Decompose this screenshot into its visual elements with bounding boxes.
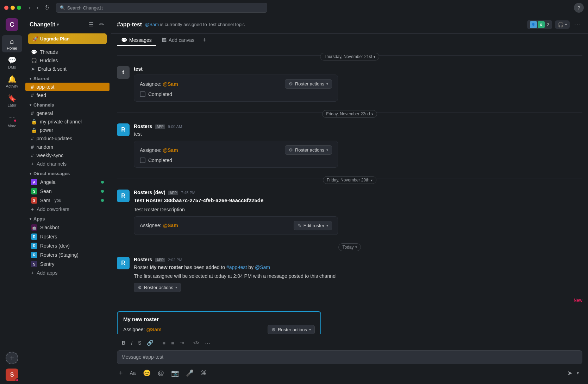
message-input-box[interactable]: Message #app-test [117,350,582,364]
ordered-list-button[interactable]: ≡ [169,339,176,347]
sidebar-item-slackbot[interactable]: 🤖 Slackbot [25,223,110,232]
sam-you-label: you [55,198,61,203]
search-input: Search Change1t [67,5,103,11]
sidebar-item-product-updates[interactable]: # product-updates [25,134,110,143]
sidebar-item-random[interactable]: # random [25,143,110,151]
sidebar-item-huddles[interactable]: 🎧 Huddles [25,56,110,65]
maximize-button[interactable] [17,6,21,10]
msg-header-1: test [134,66,582,72]
code-button[interactable]: </> [191,339,201,347]
channels-section-header[interactable]: ▾ Channels [24,100,111,108]
sidebar-item-power[interactable]: 🔒 power [25,126,110,134]
rail-activity[interactable]: 🔔 Activity [2,73,22,90]
sidebar-item-general[interactable]: # general [25,109,110,117]
sidebar-item-rosters-staging[interactable]: R Rosters (Staging) [25,250,110,260]
add-channels-button[interactable]: + Add channels [25,160,110,168]
sidebar-item-rosters-dev[interactable]: R Rosters (dev) [25,241,110,250]
dms-label: DMs [8,65,16,69]
rail-home[interactable]: ⌂ Home [2,35,22,52]
sidebar-item-my-private-channel[interactable]: 🔒 my-private-channel [25,117,110,126]
sidebar-item-rosters[interactable]: R Rosters [25,232,110,241]
forward-button[interactable]: › [34,3,40,12]
user-avatar[interactable]: S [6,369,18,381]
link-button[interactable]: 🔗 [145,338,156,347]
channel-link[interactable]: #app-test [226,264,247,270]
bold-button[interactable]: B [120,339,127,347]
completed-checkbox-1[interactable] [140,91,145,97]
add-tab-button[interactable]: + [200,34,209,46]
audio-button[interactable]: 🎤 [184,368,196,378]
indent-button[interactable]: ⇥ [178,338,187,347]
workspace-name[interactable]: Change1t ▾ [30,21,59,28]
roster-actions-btn-2[interactable]: ⚙ Roster actions ▾ [285,145,332,155]
tab-canvas[interactable]: 🖼 Add canvas [157,35,199,46]
msg-avatar-1: t [117,66,130,79]
close-button[interactable] [4,6,8,10]
huddle-button[interactable]: 🎧 ▾ [555,20,570,29]
unordered-list-button[interactable]: ≡ [160,339,168,347]
help-button[interactable]: ? [574,3,584,13]
msg-sender-4: Rosters [134,257,152,262]
more-formatting-button[interactable]: ⋯ [203,338,212,347]
completed-label-1: Completed [148,91,172,97]
strikethrough-button[interactable]: S [136,339,143,347]
sidebar-item-sam[interactable]: S Sam you [25,196,110,205]
date-badge-nov22[interactable]: Friday, November 22nd ▾ [322,110,377,118]
date-badge-today[interactable]: Today ▾ [338,243,361,251]
roster-actions-btn-4[interactable]: ⚙ Roster actions ▾ [134,283,181,292]
search-bar[interactable]: 🔍 Search Change1t [56,3,267,13]
history-button[interactable]: ⏱ [42,3,52,12]
workspace-chevron-icon: ▾ [57,22,59,27]
roster-actions-btn-1[interactable]: ⚙ Roster actions ▾ [285,79,332,89]
sidebar-item-threads[interactable]: 💬 Threads [25,48,110,56]
rail-more[interactable]: ··· More [2,111,22,130]
rail-dms[interactable]: 💬 DMs [2,54,22,71]
channel-more-button[interactable]: ⋯ [573,19,582,30]
canvas-tab-icon: 🖼 [162,37,167,43]
highlighted-roster-actions-btn[interactable]: ⚙ Roster actions ▾ [268,325,315,334]
italic-button[interactable]: I [129,339,135,347]
dm-section-header[interactable]: ▾ Direct messages [24,169,111,177]
roster-card-3: Assignee: @Sam ✎ Edit roster ▾ [134,216,338,235]
upgrade-button[interactable]: 🚀 Upgrade Plan [28,33,107,44]
send-options-button[interactable]: ▾ [575,369,580,377]
rail-later[interactable]: 🔖 Later [2,92,22,109]
sidebar-item-angela[interactable]: A Angela [25,178,110,187]
sidebar-item-drafts[interactable]: ➤ Drafts & sent [25,65,110,73]
sidebar-item-app-test[interactable]: # app-test [25,83,110,91]
sidebar-item-weekly-sync[interactable]: # weekly-sync [25,151,110,160]
attach-button[interactable]: + [117,368,125,378]
format-button[interactable]: Aa [128,369,138,377]
date-badge-nov29[interactable]: Friday, November 29th ▾ [323,176,376,184]
video-button[interactable]: 📷 [169,368,181,378]
rosters-dev-icon: R [31,243,37,249]
starred-section-header[interactable]: ▾ Starred [24,74,111,82]
apps-section-header[interactable]: ▾ Apps [24,214,111,222]
back-button[interactable]: ‹ [27,3,33,12]
shortcut-button[interactable]: ⌘ [199,368,209,378]
add-apps-button[interactable]: + Add apps [25,269,110,277]
mention-button[interactable]: @ [156,368,166,378]
add-workspace-button[interactable]: + [6,352,18,364]
compose-button[interactable]: ✏ [98,20,105,29]
send-button-group: ➤ ▾ [564,366,582,380]
huddle-chevron-icon: ▾ [565,23,567,26]
tab-messages[interactable]: 💬 Messages [117,35,156,46]
sidebar-item-feed[interactable]: # feed [25,91,110,100]
assignee-text-3: Assignee: @Sam [140,223,178,228]
date-badge-nov21[interactable]: Thursday, November 21st ▾ [320,53,379,60]
member-avatars[interactable]: 👤 S 2 [527,20,552,29]
minimize-button[interactable] [11,6,15,10]
sidebar-item-sean[interactable]: S Sean [25,187,110,196]
add-coworkers-button[interactable]: + Add coworkers [25,205,110,213]
edit-roster-chevron-icon: ▾ [326,224,328,228]
send-button[interactable]: ➤ [566,368,574,378]
more-icon: ··· [9,113,15,123]
completed-checkbox-2[interactable] [140,158,145,163]
sidebar-item-sentry[interactable]: S Sentry [25,260,110,269]
edit-roster-btn[interactable]: ✎ Edit roster ▾ [294,221,332,230]
emoji-button[interactable]: 😊 [141,368,153,378]
roster-assignee-row-1: Assignee: @Sam ⚙ Roster actions ▾ [140,79,332,89]
workspace-icon[interactable]: C [6,18,18,31]
filter-button[interactable]: ☰ [87,20,95,29]
